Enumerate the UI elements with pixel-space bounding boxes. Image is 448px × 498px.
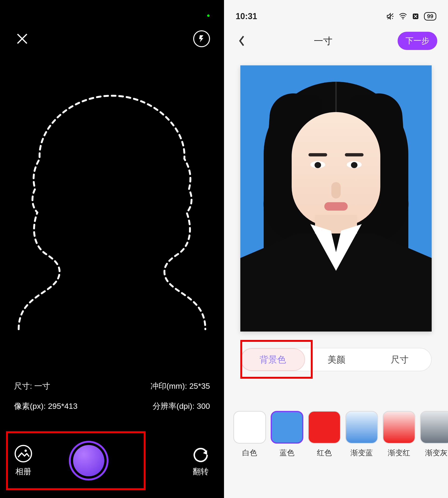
color-chip-white	[233, 411, 266, 444]
editor-topbar: 一寸 下一步	[224, 32, 448, 50]
album-label: 相册	[16, 466, 31, 477]
print-spec: 冲印(mm): 25*35	[150, 381, 210, 392]
shutter-icon	[73, 445, 104, 476]
mute-icon	[386, 12, 395, 20]
status-icons: 99	[386, 12, 436, 20]
background-color-swatches: 白色 蓝色 红色 渐变蓝 渐变红 渐变灰	[233, 411, 448, 458]
svg-point-3	[25, 450, 27, 452]
next-button[interactable]: 下一步	[398, 32, 437, 50]
page-title: 一寸	[314, 34, 333, 47]
flip-camera-button[interactable]: 翻转	[191, 444, 210, 477]
tab-beauty[interactable]: 美颜	[305, 354, 368, 366]
portrait-suit	[240, 233, 432, 332]
camera-bottom-bar: 相册 翻转	[0, 433, 224, 489]
tab-background[interactable]: 背景色	[241, 348, 305, 371]
flash-button[interactable]	[193, 30, 210, 47]
status-bar: 10:31 99	[224, 9, 448, 23]
swatch-white[interactable]: 白色	[233, 411, 266, 458]
color-chip-gradient-gray	[420, 411, 448, 444]
battery-level: 99	[424, 12, 436, 20]
wifi-icon	[399, 12, 407, 20]
no-sim-icon	[411, 12, 420, 20]
shutter-button[interactable]	[69, 441, 109, 481]
color-chip-red	[308, 411, 341, 444]
size-spec: 尺寸: 一寸	[14, 381, 50, 392]
swatch-red[interactable]: 红色	[308, 411, 341, 458]
close-button[interactable]	[14, 31, 30, 47]
portrait-face	[292, 112, 380, 227]
swatch-gradient-red[interactable]: 渐变红	[383, 411, 415, 458]
flip-icon	[191, 444, 210, 463]
photo-specs: 尺寸: 一寸 冲印(mm): 25*35 像素(px): 295*413 分辨率…	[0, 381, 224, 421]
status-dot	[207, 15, 209, 17]
swatch-blue[interactable]: 蓝色	[271, 411, 303, 458]
editor-tabs: 背景色 美颜 尺寸	[240, 348, 432, 371]
status-time: 10:31	[236, 11, 257, 21]
camera-topbar	[0, 30, 224, 47]
color-chip-blue	[271, 411, 303, 444]
color-chip-gradient-red	[383, 411, 415, 444]
editor-screen: 10:31 99 一寸 下一步	[224, 0, 448, 498]
camera-screen: 尺寸: 一寸 冲印(mm): 25*35 像素(px): 295*413 分辨率…	[0, 0, 224, 498]
flash-icon	[197, 34, 206, 43]
flip-label: 翻转	[193, 466, 208, 477]
tab-size[interactable]: 尺寸	[368, 354, 431, 366]
pixel-spec: 像素(px): 295*413	[14, 401, 78, 412]
dpi-spec: 分辨率(dpi): 300	[153, 401, 210, 412]
face-guide-outline	[0, 86, 224, 334]
swatch-gradient-gray[interactable]: 渐变灰	[420, 411, 448, 458]
image-icon	[14, 444, 33, 463]
back-button[interactable]	[235, 34, 249, 48]
svg-point-2	[15, 446, 32, 462]
close-icon	[16, 33, 28, 45]
album-button[interactable]: 相册	[14, 444, 33, 477]
id-photo-preview	[240, 65, 432, 332]
svg-point-5	[402, 18, 404, 19]
swatch-gradient-blue[interactable]: 渐变蓝	[345, 411, 378, 458]
color-chip-gradient-blue	[345, 411, 378, 444]
chevron-left-icon	[238, 35, 246, 47]
